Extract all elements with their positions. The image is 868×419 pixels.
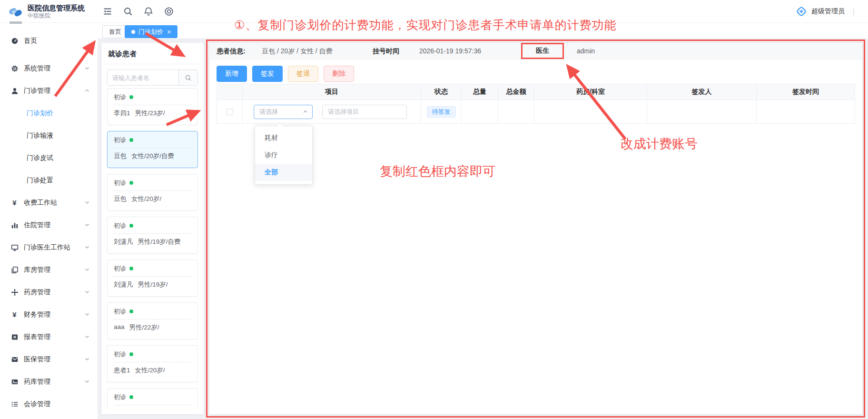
sidebar-item-2[interactable]: 门诊管理: [0, 80, 98, 102]
sidebar-subitem-2-0[interactable]: 门诊划价: [0, 102, 98, 124]
add-button[interactable]: 新增: [217, 66, 247, 82]
patient-name: 刘潇凡: [114, 280, 133, 289]
sidebar-item-6[interactable]: 库房管理: [0, 259, 98, 281]
card-divider: [114, 276, 191, 277]
app-logo: 医院信息管理系统 中联医院: [9, 4, 85, 24]
patient-card-1[interactable]: 初诊豆包女性/20岁/自费: [107, 131, 198, 168]
layout-circle-icon[interactable]: [164, 7, 174, 16]
gear-icon: [10, 64, 19, 72]
patient-card-3[interactable]: 初诊刘潇凡男性/19岁/自费: [107, 217, 198, 254]
yuan-icon: ¥: [10, 199, 19, 207]
yuan-icon: ¥: [10, 310, 19, 319]
table-header-row: 项目 状态 总量 总金额 药房/科室 签发人 签发时间: [217, 84, 855, 100]
cell-issue-time: [757, 100, 855, 124]
tab-close-icon[interactable]: ×: [167, 29, 171, 35]
chevron-down-icon: [84, 199, 90, 207]
search-icon: [185, 74, 192, 81]
registration-time-value: 2026-01-19 19:57:36: [419, 47, 481, 55]
patient-meta: 女性/20岁/: [135, 366, 165, 375]
patient-card-7[interactable]: 初诊: [107, 388, 198, 409]
category-select[interactable]: 请选择: [254, 105, 313, 119]
visit-type-label: 初诊: [114, 136, 126, 144]
patient-meta: 男性/19岁/: [138, 280, 168, 289]
sidebar-item-label: 财务管理: [24, 310, 84, 319]
doctor-label-redbox: 医生: [521, 43, 564, 59]
chevron-up-icon: [302, 109, 308, 115]
sidebar-item-3[interactable]: ¥收费工作站: [0, 191, 98, 214]
sidebar-subitem-2-3[interactable]: 门诊处置: [0, 169, 98, 191]
visit-type-label: 初诊: [114, 393, 126, 401]
status-green-dot: [129, 95, 133, 99]
card-divider: [114, 190, 191, 191]
sidebar-item-5[interactable]: 门诊医生工作站: [0, 236, 98, 259]
dropdown-option-treatment[interactable]: 诊疗: [255, 147, 312, 164]
patient-search-input[interactable]: [108, 70, 178, 85]
header-item: 项目: [243, 84, 421, 100]
status-badge: 待签发: [427, 106, 456, 118]
monitor-icon: [10, 243, 19, 251]
chevron-down-icon: [84, 243, 90, 252]
billing-main-panel: 患者信息: 豆包 / 20岁 / 女性 / 自费 挂号时间 2026-01-19…: [209, 43, 862, 414]
row-checkbox[interactable]: [227, 109, 233, 115]
patient-meta: 女性/20岁/自费: [131, 152, 174, 160]
card-divider: [114, 233, 191, 234]
patient-card-0[interactable]: 初诊李四1男性/23岁/: [107, 88, 198, 125]
tab-home-label: 首页: [109, 28, 121, 36]
sidebar-item-12[interactable]: 会诊管理: [0, 393, 98, 415]
patient-search: [107, 70, 198, 86]
sidebar-item-7[interactable]: 药房管理: [0, 281, 98, 303]
visit-type-label: 初诊: [114, 221, 126, 230]
dropdown-option-consumables[interactable]: 耗材: [255, 130, 312, 147]
registration-time-label: 挂号时间: [373, 47, 399, 56]
issue-button[interactable]: 签发: [252, 66, 283, 82]
topbar: 医院信息管理系统 中联医院 超级管理员 |: [0, 0, 868, 23]
sidebar-item-13[interactable]: 维护系统: [0, 415, 98, 419]
sidebar-item-10[interactable]: 医保管理: [0, 348, 98, 370]
patient-meta: 女性/20岁/: [131, 195, 161, 203]
chevron-down-icon: [84, 266, 90, 274]
sidebar-item-11[interactable]: 药库管理: [0, 370, 98, 393]
patient-card-6[interactable]: 初诊患者1女性/20岁/: [107, 345, 198, 382]
cell-total-amount: [498, 100, 534, 124]
sidebar-item-4[interactable]: 住院管理: [0, 214, 98, 236]
sidebar-item-label: 首页: [24, 37, 90, 45]
delete-button[interactable]: 删除: [324, 66, 354, 82]
sidebar-item-label: 报表管理: [24, 333, 84, 341]
user-menu[interactable]: 超级管理员 |: [796, 0, 855, 23]
user-icon: [10, 87, 19, 95]
sidebar-item-label: 药库管理: [24, 378, 84, 386]
collapse-menu-icon[interactable]: [103, 7, 112, 16]
notification-bell-icon[interactable]: [144, 7, 153, 16]
patient-card-5[interactable]: 初诊aaa男性/22岁/: [107, 302, 198, 339]
retract-button[interactable]: 签退: [288, 66, 318, 82]
chevron-down-icon: [84, 288, 90, 297]
dropdown-option-all[interactable]: 全部: [255, 164, 312, 181]
sidebar-item-9[interactable]: 报表管理: [0, 326, 98, 348]
item-search-input[interactable]: [322, 105, 407, 119]
sidebar-item-1[interactable]: 系统管理: [0, 57, 98, 80]
visit-type-label: 初诊: [114, 179, 126, 187]
sidebar-item-0[interactable]: 首页: [0, 30, 98, 52]
user-role-label: 超级管理员: [811, 7, 845, 16]
documents-icon: [10, 266, 19, 274]
medical-cross-icon: [796, 6, 807, 17]
chevron-up-icon: [84, 87, 90, 95]
dashboard-icon: [10, 37, 19, 45]
patient-card-2[interactable]: 初诊豆包女性/20岁/: [107, 174, 198, 211]
sidebar-item-label: 医保管理: [24, 355, 84, 364]
cell-quantity: [462, 100, 498, 124]
search-icon[interactable]: [123, 7, 133, 16]
patient-search-button[interactable]: [178, 70, 197, 85]
status-green-dot: [129, 138, 133, 142]
patient-name: 豆包: [114, 152, 127, 160]
sidebar-subitem-2-1[interactable]: 门诊输液: [0, 124, 98, 147]
sidebar-item-8[interactable]: ¥财务管理: [0, 303, 98, 326]
doctor-value: admin: [577, 47, 595, 55]
tab-home[interactable]: 首页: [102, 25, 128, 38]
patient-card-4[interactable]: 初诊刘潇凡男性/19岁/: [107, 259, 198, 297]
sidebar-subitem-2-2[interactable]: 门诊皮试: [0, 147, 98, 169]
tab-outpatient-pricing[interactable]: 门诊划价 ×: [125, 25, 178, 38]
sidebar-subitem-label: 门诊皮试: [27, 154, 53, 162]
sidebar-item-label: 系统管理: [24, 64, 84, 73]
header-issuer: 签发人: [647, 84, 757, 100]
